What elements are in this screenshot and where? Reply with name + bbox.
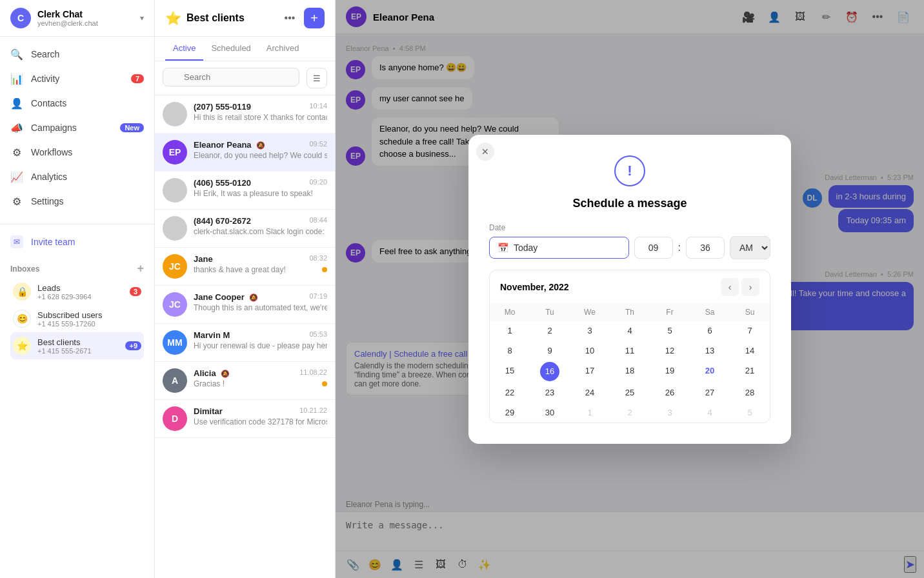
minute-input[interactable] — [686, 237, 725, 259]
sidebar-item-settings[interactable]: ⚙ Settings — [0, 189, 154, 214]
conversation-item[interactable]: EP Eleanor Peana 🔕 09:52 Eleanor, do you… — [155, 134, 335, 172]
calendar-day-today[interactable]: 16 — [540, 362, 559, 381]
calendar-day[interactable]: 4 — [610, 321, 650, 341]
calendar-day-other[interactable]: 4 — [690, 403, 730, 423]
calendar-day[interactable]: 10 — [570, 341, 610, 361]
tab-archived[interactable]: Archived — [259, 37, 307, 61]
campaigns-icon: 📣 — [10, 121, 23, 134]
calendar-day[interactable]: 25 — [610, 383, 650, 403]
invite-team-button[interactable]: ✉ Invite team — [0, 230, 154, 254]
calendar-day[interactable]: 12 — [650, 341, 690, 361]
calendar-day[interactable]: 28 — [730, 383, 770, 403]
sidebar-item-campaigns[interactable]: 📣 Campaigns New — [0, 115, 154, 140]
conversation-item[interactable]: (406) 555-0120 09:20 Hi Erik, It was a p… — [155, 172, 335, 210]
conv-name: Eleanor Peana 🔕 — [194, 140, 265, 150]
conv-header: (406) 555-0120 09:20 — [194, 178, 327, 188]
chevron-down-icon[interactable]: ▾ — [140, 14, 144, 23]
prev-month-button[interactable]: ‹ — [721, 278, 739, 296]
conversation-item[interactable]: (844) 670-2672 08:44 clerk-chat.slack.co… — [155, 210, 335, 248]
inbox-title-icon: ⭐ — [165, 10, 181, 26]
sidebar-user-info: Clerk Chat yevhen@clerk.chat — [37, 9, 98, 27]
calendar-day[interactable]: 17 — [570, 361, 610, 383]
avatar — [163, 178, 187, 203]
more-options-button[interactable]: ••• — [279, 8, 300, 28]
sidebar-item-workflows[interactable]: ⚙ Workflows — [0, 140, 154, 164]
calendar-day-highlighted[interactable]: 20 — [690, 361, 730, 383]
calendar-grid: Mo Tu We Th Fr Sa Su 1 2 3 4 5 6 7 8 — [490, 304, 770, 423]
conversation-item[interactable]: (207) 555-0119 10:14 Hi this is retail s… — [155, 95, 335, 134]
calendar-day[interactable]: 8 — [490, 341, 530, 361]
modal-close-button[interactable]: ✕ — [476, 143, 494, 161]
inbox-item-leads[interactable]: 🔒 Leads +1 628 629-3964 3 — [10, 278, 144, 305]
conv-name: Jane Cooper 🔕 — [194, 292, 258, 302]
sidebar-header[interactable]: C Clerk Chat yevhen@clerk.chat ▾ — [0, 0, 154, 37]
calendar-day[interactable]: 5 — [650, 321, 690, 341]
calendar-day-other[interactable]: 1 — [570, 403, 610, 423]
workflows-icon: ⚙ — [10, 146, 23, 159]
calendar-day[interactable]: 14 — [730, 341, 770, 361]
calendar-day[interactable]: 6 — [690, 321, 730, 341]
calendar-day[interactable]: 11 — [610, 341, 650, 361]
calendar-day[interactable]: 19 — [650, 361, 690, 383]
conversation-item[interactable]: MM Marvin M 05:53 Hi your renewal is due… — [155, 324, 335, 362]
calendar-day[interactable]: 9 — [530, 341, 570, 361]
calendar-day[interactable]: 7 — [730, 321, 770, 341]
search-bar: 🔍 ☰ — [155, 61, 335, 95]
calendar-day-other[interactable]: 3 — [650, 403, 690, 423]
sidebar-item-search[interactable]: 🔍 Search — [0, 42, 154, 66]
conv-preview: Hi Erik, It was a pleasure to speak! — [194, 189, 327, 198]
conv-header: Jane Cooper 🔕 07:19 — [194, 292, 327, 302]
tab-active[interactable]: Active — [165, 37, 203, 61]
inbox-item-best-clients[interactable]: ⭐ Best clients +1 415 555-2671 +9 — [10, 332, 144, 359]
calendar-day[interactable]: 27 — [690, 383, 730, 403]
calendar-day[interactable]: 23 — [530, 383, 570, 403]
ampm-select[interactable]: AM PM — [730, 236, 770, 259]
day-header: Sa — [690, 304, 730, 321]
conversation-item[interactable]: A Alicia 🔕 11.08.22 Gracias ! — [155, 362, 335, 400]
calendar-day[interactable]: 1 — [490, 321, 530, 341]
conversation-item[interactable]: JC Jane 08:32 thanks & have a great day! — [155, 248, 335, 286]
calendar-day[interactable]: 2 — [530, 321, 570, 341]
best-clients-name: Best clients — [37, 337, 119, 347]
calendar-day[interactable]: 30 — [530, 403, 570, 423]
calendar-day[interactable]: 26 — [650, 383, 690, 403]
tab-scheduled[interactable]: Scheduled — [203, 37, 258, 61]
calendar-day[interactable]: 3 — [570, 321, 610, 341]
conv-preview: Use verification code 327178 for Microso… — [194, 417, 327, 426]
header-actions: ••• + — [279, 8, 325, 28]
next-month-button[interactable]: › — [741, 278, 759, 296]
conv-time: 08:32 — [309, 254, 327, 262]
sidebar-item-contacts[interactable]: 👤 Contacts — [0, 91, 154, 115]
date-row: 📅 Today : AM PM — [489, 236, 770, 259]
calendar-day[interactable]: 13 — [690, 341, 730, 361]
conv-preview: clerk-chat.slack.com Slack login code: 1… — [194, 227, 327, 236]
sidebar-item-analytics[interactable]: 📈 Analytics — [0, 164, 154, 189]
date-input[interactable]: 📅 Today — [489, 237, 629, 259]
conversation-item[interactable]: D Dimitar 10.21.22 Use verification code… — [155, 400, 335, 438]
conv-name: Marvin M — [194, 330, 230, 340]
calendar-day[interactable]: 24 — [570, 383, 610, 403]
calendar-day[interactable]: 18 — [610, 361, 650, 383]
calendar-day[interactable]: 29 — [490, 403, 530, 423]
conv-time: 09:20 — [309, 178, 327, 186]
add-conversation-button[interactable]: + — [304, 8, 325, 28]
calendar-day[interactable]: 15 — [490, 361, 530, 383]
conv-content: Dimitar 10.21.22 Use verification code 3… — [194, 406, 327, 426]
search-input[interactable] — [163, 68, 299, 86]
hour-input[interactable] — [634, 237, 673, 259]
avatar: EP — [163, 140, 187, 164]
settings-icon: ⚙ — [10, 195, 23, 208]
add-inbox-button[interactable]: + — [137, 262, 144, 275]
calendar-nav: ‹ › — [721, 278, 759, 296]
calendar-day[interactable]: 22 — [490, 383, 530, 403]
conversation-item[interactable]: JC Jane Cooper 🔕 07:19 Though this is an… — [155, 286, 335, 324]
conv-time: 10.21.22 — [299, 406, 327, 414]
conv-header: (207) 555-0119 10:14 — [194, 102, 327, 112]
conv-preview: Though this is an automated text, we're … — [194, 303, 327, 312]
calendar-day-other[interactable]: 2 — [610, 403, 650, 423]
calendar-day[interactable]: 21 — [730, 361, 770, 383]
inbox-item-subscribed[interactable]: 😊 Subscribed users +1 415 559-17260 — [10, 305, 144, 332]
sidebar-item-activity[interactable]: 📊 Activity 7 — [0, 66, 154, 91]
filter-button[interactable]: ☰ — [306, 68, 327, 88]
calendar-day-other[interactable]: 5 — [730, 403, 770, 423]
